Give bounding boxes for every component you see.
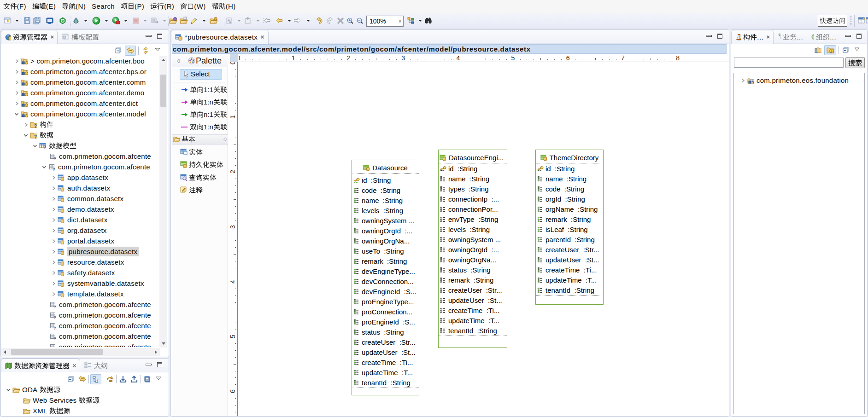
svg-text:?: ? xyxy=(34,124,37,128)
svg-text:?: ? xyxy=(54,325,57,330)
svg-text:?: ? xyxy=(54,315,57,319)
svg-text:?: ? xyxy=(43,145,46,150)
svg-text:?: ? xyxy=(54,304,57,308)
svg-text:?: ? xyxy=(53,167,56,171)
svg-text:?: ? xyxy=(752,80,754,84)
svg-text:?: ? xyxy=(54,347,57,347)
svg-text:?: ? xyxy=(34,134,37,139)
svg-text:?: ? xyxy=(54,156,57,160)
svg-text:?: ? xyxy=(54,336,57,340)
